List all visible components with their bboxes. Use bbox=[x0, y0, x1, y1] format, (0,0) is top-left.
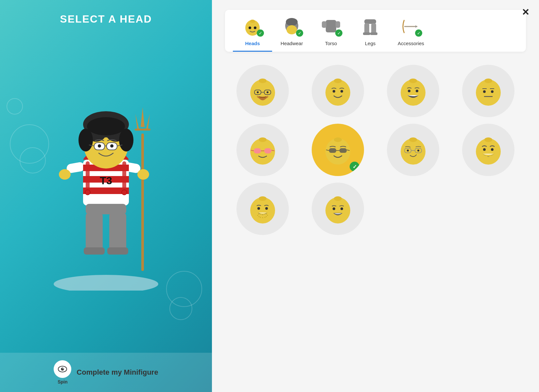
svg-point-77 bbox=[476, 80, 501, 106]
svg-point-76 bbox=[416, 90, 418, 92]
svg-rect-57 bbox=[363, 32, 370, 35]
svg-point-46 bbox=[254, 27, 256, 29]
svg-rect-5 bbox=[135, 129, 150, 131]
left-panel: SELECT A HEAD bbox=[0, 0, 212, 392]
svg-point-75 bbox=[408, 90, 410, 92]
tab-accessories[interactable]: ✓ Accessories bbox=[390, 15, 432, 52]
tab-legs[interactable]: Legs bbox=[351, 15, 390, 52]
head-circle-3 bbox=[387, 65, 439, 117]
svg-point-106 bbox=[484, 137, 492, 142]
svg-point-19 bbox=[122, 190, 127, 195]
svg-rect-23 bbox=[109, 213, 126, 250]
head-face-2 bbox=[320, 73, 356, 109]
svg-point-111 bbox=[257, 215, 258, 216]
minifig-area: T3 bbox=[0, 25, 212, 353]
svg-marker-61 bbox=[415, 25, 417, 28]
complete-my-minifigure-label[interactable]: Complete my Minifigure bbox=[77, 368, 158, 377]
svg-rect-56 bbox=[371, 23, 376, 34]
head-face-9 bbox=[245, 191, 281, 227]
svg-point-44 bbox=[250, 20, 255, 23]
head-item-6[interactable]: ✓ bbox=[304, 124, 372, 176]
svg-point-85 bbox=[259, 137, 267, 142]
svg-point-7 bbox=[59, 169, 71, 180]
svg-point-119 bbox=[266, 214, 267, 215]
head-item-1[interactable] bbox=[228, 65, 297, 117]
svg-point-121 bbox=[265, 207, 268, 210]
head-circle-10 bbox=[312, 183, 364, 235]
head-item-2[interactable] bbox=[304, 65, 372, 117]
svg-marker-2 bbox=[141, 107, 145, 127]
head-circle-6: ✓ bbox=[312, 124, 364, 176]
svg-rect-93 bbox=[329, 148, 336, 153]
head-circle-4 bbox=[462, 65, 514, 117]
svg-point-103 bbox=[407, 150, 409, 151]
svg-text:T3: T3 bbox=[100, 175, 112, 187]
spin-button[interactable]: Spin bbox=[54, 360, 71, 384]
head-face-1 bbox=[245, 73, 281, 109]
head-item-9[interactable] bbox=[228, 183, 297, 235]
head-item-5[interactable] bbox=[228, 124, 297, 176]
svg-point-118 bbox=[258, 214, 259, 215]
tab-headwear[interactable]: ✓ Headwear bbox=[272, 15, 311, 52]
svg-rect-16 bbox=[86, 161, 90, 191]
svg-rect-87 bbox=[264, 148, 271, 153]
heads-icon-wrap: ✓ bbox=[241, 15, 264, 38]
tab-torso[interactable]: ✓ Torso bbox=[311, 15, 351, 52]
svg-point-0 bbox=[54, 275, 158, 291]
svg-point-123 bbox=[334, 196, 342, 201]
svg-point-124 bbox=[333, 207, 335, 210]
svg-point-70 bbox=[334, 79, 342, 83]
tab-accessories-label: Accessories bbox=[398, 41, 424, 46]
svg-point-42 bbox=[62, 368, 63, 369]
head-circle-7 bbox=[387, 124, 439, 176]
torso-check: ✓ bbox=[335, 29, 342, 37]
svg-rect-94 bbox=[339, 148, 347, 153]
svg-point-31 bbox=[78, 129, 93, 151]
svg-point-107 bbox=[483, 148, 486, 151]
svg-point-116 bbox=[266, 216, 267, 217]
tab-heads[interactable]: ✓ Heads bbox=[233, 15, 272, 52]
category-tabs: ✓ Heads ✓ Headwear bbox=[225, 10, 526, 52]
svg-rect-17 bbox=[122, 161, 126, 191]
svg-point-115 bbox=[265, 217, 266, 218]
torso-icon-wrap: ✓ bbox=[320, 15, 342, 38]
head-item-8[interactable] bbox=[454, 124, 523, 176]
svg-point-63 bbox=[259, 79, 267, 83]
svg-point-68 bbox=[267, 91, 269, 93]
headwear-check: ✓ bbox=[296, 29, 303, 37]
svg-point-71 bbox=[333, 90, 335, 93]
heads-grid: ✓ bbox=[225, 62, 526, 238]
svg-point-18 bbox=[85, 190, 90, 195]
svg-point-113 bbox=[260, 217, 261, 218]
head-item-3[interactable] bbox=[379, 65, 447, 117]
svg-rect-53 bbox=[336, 21, 340, 28]
bottom-bar: Spin Complete my Minifigure bbox=[0, 353, 212, 392]
svg-point-110 bbox=[259, 196, 267, 201]
head-item-4[interactable] bbox=[454, 65, 523, 117]
head-face-7 bbox=[395, 132, 431, 168]
tab-headwear-label: Headwear bbox=[281, 41, 303, 46]
head-face-5 bbox=[245, 132, 281, 168]
head-circle-5 bbox=[236, 124, 289, 176]
head-circle-1 bbox=[236, 65, 289, 117]
svg-rect-21 bbox=[86, 213, 103, 250]
svg-point-79 bbox=[483, 90, 486, 93]
svg-point-109 bbox=[250, 197, 275, 223]
svg-point-74 bbox=[409, 79, 417, 83]
svg-marker-4 bbox=[146, 114, 150, 130]
svg-rect-54 bbox=[364, 19, 376, 24]
head-face-6 bbox=[320, 132, 356, 168]
close-button[interactable]: ✕ bbox=[522, 8, 529, 17]
head-item-10[interactable] bbox=[304, 183, 372, 235]
svg-point-32 bbox=[119, 129, 133, 151]
tab-legs-label: Legs bbox=[365, 41, 376, 46]
svg-point-9 bbox=[137, 169, 149, 180]
svg-point-104 bbox=[417, 150, 419, 151]
accessories-check: ✓ bbox=[415, 29, 422, 37]
headwear-icon-wrap: ✓ bbox=[280, 15, 303, 38]
spin-label: Spin bbox=[58, 379, 67, 384]
svg-rect-1 bbox=[141, 134, 144, 271]
svg-point-45 bbox=[249, 27, 251, 29]
head-item-7[interactable] bbox=[379, 124, 447, 176]
right-panel: ✕ ✓ Heads bbox=[212, 0, 539, 392]
